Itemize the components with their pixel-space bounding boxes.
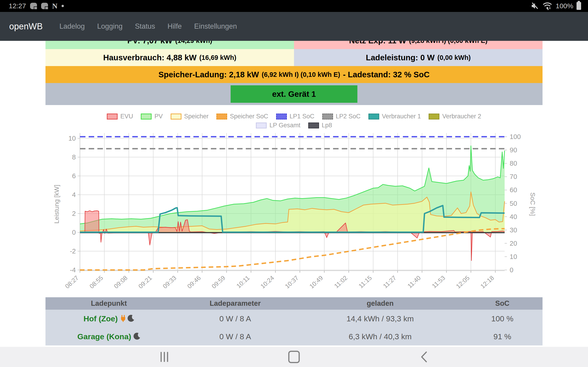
y-right-tick: 90 (510, 146, 517, 154)
table-header-row: Ladepunkt Ladeparameter geladen SoC (45, 297, 543, 310)
col-soc: SoC (462, 297, 543, 310)
legend-item-evu[interactable]: EVU (107, 113, 133, 120)
tile-speicher: Speicher-Ladung: 2,18 kW (6,92 kWh I) (0… (45, 66, 543, 83)
x-tick-label: 11:02 (333, 274, 349, 290)
legend-label-verbraucher2: Verbraucher 2 (442, 113, 481, 120)
home-icon (288, 351, 300, 363)
legend-item-lp8[interactable]: Lp8 (308, 122, 332, 129)
x-tick-label: 08:55 (88, 274, 104, 290)
legend-swatch-evu (107, 114, 118, 119)
x-tick-label: 09:46 (186, 274, 202, 290)
back-button[interactable] (405, 347, 442, 367)
home-button[interactable] (276, 347, 312, 367)
app-navbar: openWB Ladelog Logging Status Hilfe Eins… (0, 12, 588, 41)
legend-item-speicher_soc[interactable]: Speicher SoC (216, 113, 268, 120)
legend-swatch-verbraucher2 (429, 114, 439, 119)
wifi-icon (542, 2, 552, 10)
soc-value: 100 % (462, 310, 543, 327)
legend-label-lp1_soc: LP1 SoC (290, 113, 314, 120)
ladeleistung-value: Ladeleistung: 0 W (366, 53, 435, 62)
power-soc-chart[interactable]: 1086420-2-4100908070605040302010008:2708… (45, 128, 543, 296)
y-left-tick: -2 (70, 248, 76, 255)
clock: 12:27 (9, 2, 26, 10)
x-tick-label: 11:40 (406, 274, 422, 290)
nav-item-einstellungen[interactable]: Einstellungen (194, 22, 237, 31)
legend-swatch-verbraucher1 (368, 114, 379, 119)
ext-device-button[interactable]: ext. Gerät 1 (231, 85, 357, 103)
notification-app-icon (41, 3, 48, 9)
nav-item-logging[interactable]: Logging (97, 22, 122, 31)
y-left-tick: -4 (70, 266, 76, 274)
legend-item-verbraucher2[interactable]: Verbraucher 2 (429, 113, 481, 120)
x-tick-label: 09:21 (137, 274, 153, 290)
tile-ladeleistung: Ladeleistung: 0 W (0,00 kWh) (294, 49, 543, 66)
ext-device-band: ext. Gerät 1 (45, 83, 543, 105)
series-line-speicher_soc (80, 229, 505, 270)
y-left-tick: 4 (72, 191, 76, 198)
y-axis-left-title: Leistung [kW] (53, 185, 60, 224)
legend-label-lp2_soc: LP2 SoC (336, 113, 361, 120)
x-tick-label: 09:59 (210, 274, 226, 290)
y-right-tick: 60 (510, 186, 517, 194)
legend-label-speicher_soc: Speicher SoC (230, 113, 268, 120)
x-tick-label: 10:11 (235, 274, 251, 290)
chargepoint-name-cell[interactable]: Garage (Kona) (45, 327, 172, 345)
x-tick-label: 10:49 (308, 274, 324, 290)
recents-button[interactable] (146, 347, 183, 367)
y-left-tick: 6 (72, 172, 76, 180)
brand-openwb[interactable]: openWB (9, 22, 43, 31)
y-left-tick: 0 (72, 229, 76, 236)
legend-label-verbraucher1: Verbraucher 1 (382, 113, 421, 120)
x-tick-label: 12:18 (479, 274, 495, 290)
y-right-tick: 80 (510, 160, 517, 167)
chargepoint-table: Ladepunkt Ladeparameter geladen SoC Hof … (45, 297, 543, 345)
col-ladepunkt: Ladepunkt (45, 297, 172, 310)
y-right-tick: 10 (510, 253, 517, 260)
y-right-tick: 20 (510, 240, 517, 247)
recents-icon (161, 352, 168, 362)
netflix-notification-icon: N (52, 2, 57, 10)
speicher-value: Speicher-Ladung: 2,18 kW (158, 70, 259, 79)
legend-swatch-lp8 (308, 123, 319, 128)
y-left-tick: 2 (72, 210, 76, 217)
soc-value: 91 % (462, 327, 543, 345)
legend-swatch-speicher (171, 114, 182, 119)
y-left-tick: 10 (69, 135, 76, 142)
back-icon (420, 351, 428, 363)
chargepoint-name-cell[interactable]: Hof (Zoe) (45, 310, 172, 327)
legend-swatch-lp1_soc (276, 114, 287, 119)
x-tick-label: 10:37 (284, 274, 300, 290)
android-nav-bar (0, 347, 588, 367)
power-chart-card: EVUPVSpeicherSpeicher SoCLP1 SoCLP2 SoCV… (45, 105, 543, 296)
chart-legend: EVUPVSpeicherSpeicher SoCLP1 SoCLP2 SoCV… (45, 113, 543, 129)
legend-item-pv[interactable]: PV (141, 113, 163, 120)
table-row: Garage (Kona) 0 W / 8 A 6,3 kWh / 40,3 k… (45, 327, 543, 345)
legend-item-speicher[interactable]: Speicher (171, 113, 209, 120)
col-geladen: geladen (298, 297, 462, 310)
y-right-tick: 100 (510, 133, 521, 140)
legend-item-lp1_soc[interactable]: LP1 SoC (276, 113, 314, 120)
notification-app-icon (30, 3, 37, 9)
android-status-bar: 12:27 N 100% (0, 0, 588, 12)
y-left-tick: 8 (72, 153, 76, 161)
legend-item-verbraucher1[interactable]: Verbraucher 1 (368, 113, 421, 120)
hausverbrauch-value: Hausverbrauch: 4,88 kW (103, 53, 197, 62)
geladen-value: 14,4 kWh / 93,3 km (298, 310, 462, 327)
legend-item-lp_gesamt[interactable]: LP Gesamt (256, 122, 300, 129)
legend-swatch-pv (141, 114, 152, 119)
notification-dot-icon (61, 5, 64, 7)
mute-icon (531, 2, 539, 10)
legend-label-speicher: Speicher (184, 113, 209, 120)
x-tick-label: 09:08 (112, 274, 129, 290)
y-right-tick: 0 (510, 266, 513, 274)
plug-icon (120, 315, 126, 323)
y-right-tick: 40 (510, 213, 517, 220)
legend-item-lp2_soc[interactable]: LP2 SoC (322, 113, 361, 120)
nav-item-ladelog[interactable]: Ladelog (60, 22, 85, 31)
speicher-energy: (6,92 kWh I) (0,10 kWh E) (262, 71, 340, 78)
tile-hausverbrauch: Hausverbrauch: 4,88 kW (16,69 kWh) (45, 49, 294, 66)
nav-item-status[interactable]: Status (135, 22, 155, 31)
legend-swatch-lp2_soc (322, 114, 333, 119)
nav-item-hilfe[interactable]: Hilfe (167, 22, 182, 31)
legend-swatch-lp_gesamt (256, 123, 267, 128)
